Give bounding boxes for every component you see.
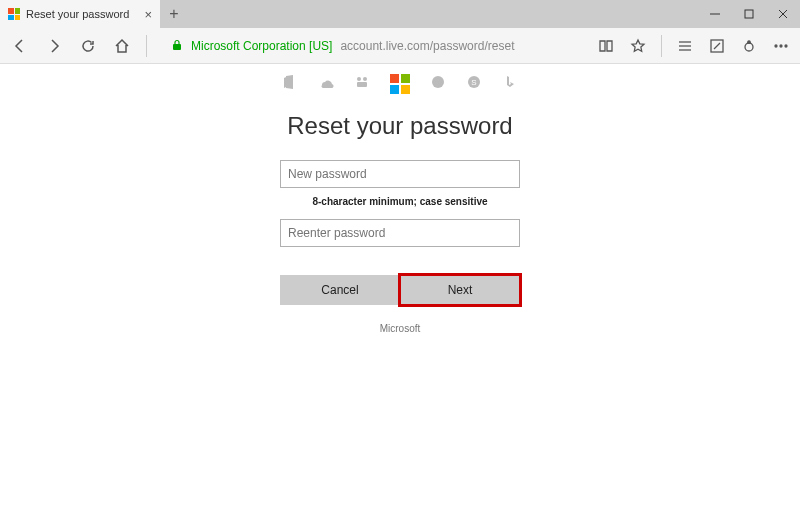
window-titlebar: Reset your password × +	[0, 0, 800, 28]
address-bar[interactable]: Microsoft Corporation [US] account.live.…	[171, 37, 573, 55]
svg-rect-16	[357, 82, 367, 87]
window-close-button[interactable]	[766, 0, 800, 28]
new-password-input[interactable]	[280, 160, 520, 188]
browser-tab[interactable]: Reset your password ×	[0, 0, 160, 28]
window-maximize-button[interactable]	[732, 0, 766, 28]
back-button[interactable]	[10, 36, 30, 56]
microsoft-logo-icon	[390, 74, 410, 94]
security-identity: Microsoft Corporation [US]	[191, 39, 332, 53]
svg-point-15	[363, 77, 367, 81]
reset-form: 8-character minimum; case sensitive Canc…	[280, 160, 520, 334]
svg-point-9	[745, 43, 753, 51]
microsoft-icon	[8, 8, 20, 20]
favorite-button[interactable]	[629, 37, 647, 55]
refresh-button[interactable]	[78, 36, 98, 56]
tab-title: Reset your password	[26, 8, 138, 20]
web-note-button[interactable]	[708, 37, 726, 55]
onedrive-icon	[318, 74, 334, 94]
skype-icon: S	[466, 74, 482, 94]
teams-icon	[354, 74, 370, 94]
next-button[interactable]: Next	[400, 275, 520, 305]
svg-point-12	[780, 45, 782, 47]
svg-point-14	[357, 77, 361, 81]
new-tab-button[interactable]: +	[160, 0, 188, 28]
window-minimize-button[interactable]	[698, 0, 732, 28]
svg-text:S: S	[471, 78, 476, 87]
more-button[interactable]	[772, 37, 790, 55]
svg-point-11	[775, 45, 777, 47]
service-icon-row: S	[0, 74, 800, 94]
url-text: account.live.com/password/reset	[340, 39, 514, 53]
lock-icon	[171, 37, 183, 55]
office-icon	[282, 74, 298, 94]
hub-button[interactable]	[676, 37, 694, 55]
svg-point-17	[432, 76, 444, 88]
footer-brand: Microsoft	[280, 323, 520, 334]
reading-view-button[interactable]	[597, 37, 615, 55]
xbox-icon	[430, 74, 446, 94]
svg-rect-1	[745, 10, 753, 18]
svg-rect-4	[173, 44, 181, 50]
browser-toolbar: Microsoft Corporation [US] account.live.…	[0, 28, 800, 64]
cancel-button[interactable]: Cancel	[280, 275, 400, 305]
page-content: S Reset your password 8-character minimu…	[0, 64, 800, 334]
page-heading: Reset your password	[0, 112, 800, 140]
home-button[interactable]	[112, 36, 132, 56]
forward-button[interactable]	[44, 36, 64, 56]
svg-point-13	[785, 45, 787, 47]
reenter-password-input[interactable]	[280, 219, 520, 247]
share-button[interactable]	[740, 37, 758, 55]
tab-close-icon[interactable]: ×	[144, 7, 152, 22]
password-hint: 8-character minimum; case sensitive	[280, 196, 520, 207]
bing-icon	[502, 74, 518, 94]
